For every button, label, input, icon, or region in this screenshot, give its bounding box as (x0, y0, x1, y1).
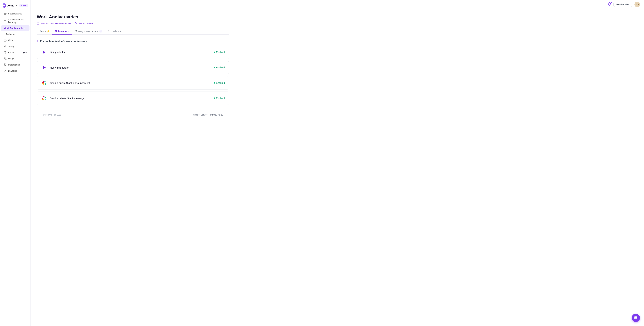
how-works-link[interactable]: How Work Anniversaries works (37, 22, 71, 25)
sidebar-item-birthdays[interactable]: Birthdays (1, 31, 30, 37)
tab-rules-label: Rules (40, 30, 46, 32)
how-works-label: How Work Anniversaries works (40, 22, 71, 25)
tab-missing[interactable]: Missing anniversaries 1 (72, 28, 105, 34)
sidebar-label-anniversaries-birthdays: Anniversaries & Birthdays (8, 18, 27, 23)
svg-rect-11 (37, 22, 39, 24)
notify-managers-label: Notify managers (50, 66, 211, 69)
svg-point-6 (6, 58, 6, 58)
enabled-dot (214, 82, 215, 84)
svg-point-0 (4, 4, 5, 6)
notification-card-private-slack[interactable]: Send a private Slack message Enabled (37, 92, 229, 105)
slack-icon-private (41, 95, 47, 101)
see-action-label: See it in action (78, 22, 93, 25)
notification-card-notify-managers[interactable]: Notify managers Enabled (37, 61, 229, 74)
sidebar-label-swag: Swag (8, 45, 14, 48)
notify-admins-label: Notify admins (50, 51, 211, 54)
sidebar-label-birthdays: Birthdays (6, 33, 15, 35)
lightning-icon: ⚡ (47, 30, 50, 32)
privacy-link[interactable]: Privacy Policy (210, 114, 223, 116)
svg-point-10 (6, 65, 6, 66)
enabled-dot (214, 67, 215, 68)
notify-admins-status-label: Enabled (216, 51, 225, 54)
svg-rect-2 (4, 20, 6, 22)
slack-icon-public (41, 80, 47, 86)
notifications-list: Notify admins Enabled Notify managers (37, 46, 229, 105)
user-avatar[interactable]: GS (634, 2, 640, 7)
footer-links: Terms of Service Privacy Policy (192, 114, 223, 116)
sidebar-label-branding: Branding (8, 70, 17, 72)
sidebar-label-people: People (8, 57, 15, 60)
private-slack-status-label: Enabled (216, 97, 225, 100)
sidebar-label-work-anniversaries: Work Anniversaries (4, 27, 24, 29)
sidebar-item-balance[interactable]: Balance $52 (1, 49, 30, 55)
tab-rules[interactable]: Rules ⚡ (37, 28, 52, 34)
notification-card-notify-admins[interactable]: Notify admins Enabled (37, 46, 229, 59)
notify-managers-status: Enabled (214, 66, 225, 69)
sidebar-item-swag[interactable]: Swag (1, 43, 30, 49)
notifications-bell[interactable] (608, 2, 612, 6)
sidebar-item-gifts[interactable]: Gifts (1, 37, 30, 43)
balance-amount: $52 (23, 51, 27, 54)
sidebar-item-anniversaries-birthdays[interactable]: Anniversaries & Birthdays (1, 17, 30, 25)
notification-card-public-slack[interactable]: Send a public Slack announcement Enabled (37, 76, 229, 90)
sidebar-item-work-anniversaries[interactable]: Work Anniversaries (1, 25, 30, 31)
section-heading-label: For each individual's work anniversary (40, 40, 87, 42)
svg-rect-1 (4, 13, 6, 14)
play-icon-admins (41, 49, 47, 55)
svg-point-9 (4, 65, 5, 66)
notify-admins-status: Enabled (214, 51, 225, 54)
tab-recently-sent[interactable]: Recently sent (105, 28, 125, 34)
sidebar-label-balance: Balance (8, 51, 16, 54)
footer-copyright: © PerkUp, Inc. 2022 (43, 114, 61, 116)
notify-managers-status-label: Enabled (216, 66, 225, 69)
topbar: Member view GS (31, 0, 644, 9)
page-title: Work Anniversaries (37, 14, 229, 19)
enabled-dot (214, 52, 215, 53)
brand-dropdown-icon[interactable]: ▾ (16, 4, 17, 7)
logo-icon (3, 3, 6, 8)
tab-notifications[interactable]: Notifications (52, 28, 72, 34)
main-content: Work Anniversaries How Work Anniversarie… (31, 9, 644, 326)
svg-point-8 (6, 64, 6, 64)
section-heading: ↓ For each individual's work anniversary (37, 39, 229, 43)
footer: © PerkUp, Inc. 2022 Terms of Service Pri… (37, 107, 229, 120)
down-arrow-icon: ↓ (37, 39, 38, 43)
terms-link[interactable]: Terms of Service (192, 114, 208, 116)
sidebar-label-gifts: Gifts (8, 39, 13, 41)
notification-dot (610, 2, 612, 3)
sidebar-item-spot-rewards[interactable]: Spot Rewards (1, 11, 30, 16)
sidebar-item-branding[interactable]: Branding (1, 68, 30, 74)
sidebar: Acme ▾ ADMIN Spot Rewards Anniversaries … (0, 0, 31, 326)
missing-badge: 1 (99, 30, 102, 32)
play-icon-managers (41, 64, 47, 71)
public-slack-label: Send a public Slack announcement (50, 81, 211, 84)
tab-bar: Rules ⚡ Notifications Missing anniversar… (37, 28, 229, 34)
enabled-dot (214, 98, 215, 99)
private-slack-status: Enabled (214, 97, 225, 100)
private-slack-label: Send a private Slack message (50, 97, 211, 100)
chat-support-button[interactable] (632, 314, 640, 322)
sidebar-label-integrations: Integrations (8, 63, 20, 66)
see-action-link[interactable]: See it in action (74, 22, 93, 25)
tab-recently-sent-label: Recently sent (108, 30, 122, 32)
svg-point-5 (4, 58, 5, 58)
sidebar-logo: Acme ▾ ADMIN (0, 1, 30, 10)
admin-badge: ADMIN (20, 4, 28, 7)
sidebar-label-spot-rewards: Spot Rewards (8, 12, 22, 15)
tab-missing-label: Missing anniversaries (75, 30, 98, 32)
svg-point-7 (4, 64, 5, 64)
brand-name: Acme (7, 4, 14, 7)
member-view-button[interactable]: Member view (614, 2, 632, 7)
sidebar-item-integrations[interactable]: Integrations (1, 62, 30, 68)
svg-marker-12 (75, 22, 76, 24)
public-slack-status: Enabled (214, 81, 225, 84)
public-slack-status-label: Enabled (216, 81, 225, 84)
tab-notifications-label: Notifications (55, 30, 70, 32)
sidebar-item-people[interactable]: People (1, 56, 30, 61)
help-links: How Work Anniversaries works See it in a… (37, 22, 229, 25)
